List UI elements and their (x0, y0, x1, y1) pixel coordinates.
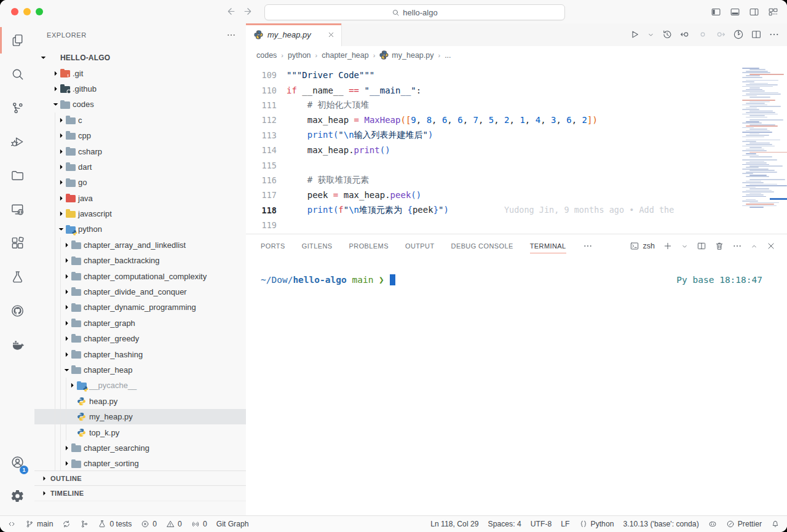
activity-source-control-icon[interactable] (0, 91, 34, 125)
timeline-section-header[interactable]: TIMELINE (34, 485, 246, 501)
git-branch-icon[interactable] (25, 520, 34, 528)
tab-my-heap[interactable]: my_heap.py (246, 23, 342, 46)
window-close-button[interactable] (11, 8, 18, 15)
layout-sidebar-left-icon[interactable] (711, 7, 721, 17)
status-item-lf[interactable]: LF (561, 516, 569, 532)
activity-search-icon[interactable] (0, 57, 34, 91)
tree-item-cpp[interactable]: cpp (34, 128, 246, 143)
shell-label[interactable]: zsh (643, 242, 655, 250)
tree-item-chapter_dynamic_programming[interactable]: chapter_dynamic_programming (34, 300, 246, 315)
activity-extensions-icon[interactable] (0, 226, 34, 260)
tree-item-chapter_heap[interactable]: chapter_heap (34, 362, 246, 378)
gitlens-circle-icon[interactable] (697, 29, 708, 40)
activity-files-icon[interactable] (0, 23, 34, 57)
layout-customize-icon[interactable] (768, 7, 778, 17)
status-item-python[interactable]: Python (579, 516, 614, 532)
bell-icon[interactable] (771, 520, 780, 528)
tree-item-github[interactable]: .github (34, 81, 246, 97)
prettier-icon[interactable] (726, 520, 735, 528)
panel-tab-ports[interactable]: PORTS (261, 234, 285, 258)
status-item-ln-118-col-29[interactable]: Ln 118, Col 29 (430, 516, 478, 532)
status-item-main[interactable]: main (25, 516, 53, 532)
tree-item-c[interactable]: c (34, 113, 246, 128)
sync-icon[interactable] (62, 520, 71, 528)
window-minimize-button[interactable] (23, 8, 31, 15)
outline-section-header[interactable]: OUTLINE (34, 470, 246, 486)
views-more-icon[interactable] (226, 30, 236, 40)
status-item-0[interactable]: 0 (141, 516, 157, 532)
status-item-0-tests[interactable]: 0 tests (98, 516, 132, 532)
tree-item-chapter_backtracking[interactable]: chapter_backtracking (34, 253, 246, 268)
activity-settings-gear-icon[interactable] (0, 479, 34, 513)
terminal-icon[interactable] (630, 241, 639, 251)
run-icon[interactable] (629, 29, 640, 40)
ellipsis-icon[interactable] (769, 29, 780, 40)
copilot-icon[interactable] (708, 520, 717, 528)
status-item-0[interactable]: 0 (166, 516, 182, 532)
ellipsis-icon[interactable] (732, 241, 742, 251)
command-center-search[interactable]: hello-algo (264, 4, 565, 20)
status-item-utf-8[interactable]: UTF-8 (531, 516, 552, 532)
activity-testing-icon[interactable] (0, 260, 34, 294)
nav-forward-icon[interactable] (243, 6, 255, 17)
gitlens-graph-icon[interactable] (733, 29, 744, 40)
tree-item-codes[interactable]: codes (34, 97, 246, 112)
panel-tab-output[interactable]: OUTPUT (405, 234, 435, 258)
terminal[interactable]: ~/Dow/hello-algo main ❯ Py base 18:18:47 (261, 272, 772, 287)
activity-run-debug-icon[interactable] (0, 125, 34, 159)
status-item-sync-icon[interactable] (62, 516, 71, 532)
panel-tab-terminal[interactable]: TERMINAL (530, 234, 566, 258)
status-item-git-graph[interactable]: Git Graph (216, 516, 249, 532)
status-item-0[interactable]: 0 (191, 516, 207, 532)
layout-sidebar-right-icon[interactable] (749, 7, 759, 17)
panel-tab-gitlens[interactable]: GITLENS (302, 234, 333, 258)
git-graph-icon[interactable] (80, 520, 89, 528)
beaker-icon[interactable] (98, 520, 106, 528)
tree-item-git[interactable]: .git (34, 65, 246, 81)
activity-accounts-icon[interactable]: 1 (0, 445, 34, 479)
tree-item-chapter_divide_and_conquer[interactable]: chapter_divide_and_conquer (34, 284, 246, 300)
nav-back-icon[interactable] (224, 6, 236, 17)
status-item-3-10-13-base-conda-[interactable]: 3.10.13 ('base': conda) (623, 516, 698, 532)
tree-item-chapter_computational_complexity[interactable]: chapter_computational_complexity (34, 268, 246, 284)
status-item-copilot-icon[interactable] (708, 516, 717, 532)
panel-tab-problems[interactable]: PROBLEMS (349, 234, 389, 258)
status-item-remote-icon[interactable] (7, 516, 16, 532)
status-item-bell-icon[interactable] (771, 516, 780, 532)
window-zoom-button[interactable] (36, 8, 43, 15)
broadcast-icon[interactable] (191, 520, 200, 528)
tree-item-chapter_array_and_linkedlist[interactable]: chapter_array_and_linkedlist (34, 237, 246, 253)
layout-panel-icon[interactable] (730, 7, 740, 17)
breadcrumb-item[interactable]: codes (256, 51, 277, 60)
tree-item-HELLO-ALGO[interactable]: HELLO-ALGO (34, 50, 246, 65)
gitlens-prev-icon[interactable] (679, 29, 690, 40)
panel-tab-debug-console[interactable]: DEBUG CONSOLE (451, 234, 513, 258)
activity-project-folder-icon[interactable] (0, 159, 34, 193)
breadcrumb-item[interactable]: chapter_heap (322, 51, 368, 60)
status-item-git-graph-icon[interactable] (80, 516, 89, 532)
error-icon[interactable] (141, 520, 149, 528)
tree-item-chapter_graph[interactable]: chapter_graph (34, 316, 246, 331)
split-panel-icon[interactable] (697, 241, 706, 251)
status-item-spaces-4[interactable]: Spaces: 4 (488, 516, 521, 532)
trash-icon[interactable] (714, 241, 724, 251)
plus-icon[interactable] (663, 241, 673, 251)
tree-item-java[interactable]: java (34, 191, 246, 206)
history-icon[interactable] (662, 29, 673, 40)
tree-item-csharp[interactable]: csharp (34, 143, 246, 159)
gitlens-next-icon[interactable] (715, 29, 726, 40)
tree-item-chapter_searching[interactable]: chapter_searching (34, 440, 246, 456)
breadcrumb-item[interactable]: python (288, 51, 311, 60)
close-icon[interactable] (327, 31, 335, 39)
tree-item-python[interactable]: python (34, 221, 246, 237)
ellipsis-icon[interactable] (583, 241, 593, 251)
code-editor[interactable]: 109"""Driver Code"""110if __name__ == "_… (246, 64, 787, 234)
tree-item-chapter_greedy[interactable]: chapter_greedy (34, 331, 246, 346)
chevron-up-icon[interactable] (750, 242, 758, 250)
remote-icon[interactable] (7, 520, 16, 528)
chevron-down-icon[interactable] (647, 31, 655, 39)
activity-docker-icon[interactable] (0, 328, 34, 362)
tree-item-dart[interactable]: dart (34, 159, 246, 175)
breadcrumb-item[interactable]: my_heap.py (379, 50, 433, 60)
close-icon[interactable] (766, 241, 776, 251)
